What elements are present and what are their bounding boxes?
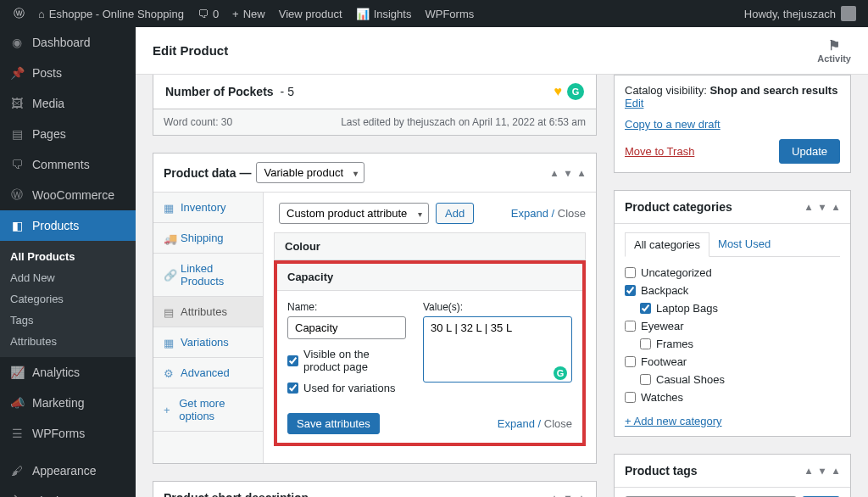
panel-down-icon[interactable]: ▾ (564, 165, 572, 181)
pin-icon: 📌 (8, 64, 25, 81)
update-button[interactable]: Update (779, 139, 840, 164)
sidebar-item-marketing[interactable]: 📣Marketing (0, 388, 136, 418)
sidebar-sub-attributes[interactable]: Attributes (0, 331, 136, 352)
tab-inventory[interactable]: ▦Inventory (153, 193, 263, 223)
sidebar-item-posts[interactable]: 📌Posts (0, 58, 136, 88)
panel-up-icon[interactable]: ▴ (550, 490, 559, 497)
sidebar-item-products[interactable]: ◧Products (0, 210, 136, 241)
pockets-label: Number of Pockets (165, 85, 274, 98)
categories-title: Product categories (625, 200, 732, 214)
sidebar-sub-tags[interactable]: Tags (0, 310, 136, 331)
panel-toggle-icon[interactable]: ▴ (577, 490, 586, 497)
account-link[interactable]: Howdy, thejuszach (744, 6, 861, 21)
panel-down-icon[interactable]: ▾ (564, 490, 572, 497)
wp-logo[interactable]: ⓦ (7, 0, 31, 27)
panel-up-icon[interactable]: ▴ (804, 199, 813, 215)
most-used-tab[interactable]: Most Used (709, 232, 779, 256)
cat-eyewear-checkbox[interactable] (625, 321, 636, 332)
attribute-name-input[interactable] (287, 316, 406, 339)
cat-frames-checkbox[interactable] (640, 338, 651, 349)
wordpress-icon: ⓦ (14, 6, 25, 21)
comments-link[interactable]: 🗨0 (191, 0, 225, 27)
edit-visibility-link[interactable]: Edit (625, 97, 643, 109)
attribute-select[interactable]: Custom product attribute (279, 203, 429, 224)
grammarly-icon: G (567, 83, 584, 100)
visible-label: Visible on the product page (303, 348, 406, 373)
sidebar-sub-add-new[interactable]: Add New (0, 267, 136, 288)
panel-toggle-icon[interactable]: ▴ (832, 199, 840, 215)
sidebar-item-comments[interactable]: 🗨Comments (0, 149, 136, 180)
pockets-value: - 5 (281, 85, 294, 98)
analytics-icon: 📈 (8, 364, 25, 381)
short-desc-title: Product short description (164, 491, 309, 497)
sidebar-item-appearance[interactable]: 🖌Appearance (0, 455, 136, 486)
panel-toggle-icon[interactable]: ▴ (832, 463, 840, 478)
tab-more-options[interactable]: +Get more options (153, 388, 263, 432)
description-snippet: Number of Pockets - 5 ♥ G (153, 75, 597, 109)
cat-backpack-checkbox[interactable] (625, 285, 636, 296)
cat-laptop-bags-checkbox[interactable] (640, 303, 651, 314)
cat-footwear-checkbox[interactable] (625, 356, 636, 367)
tags-title: Product tags (625, 464, 698, 477)
expand-close-bottom[interactable]: Expand / Close (498, 417, 572, 430)
save-attributes-button[interactable]: Save attributes (287, 413, 380, 434)
sidebar-sub-all-products[interactable]: All Products (0, 246, 136, 267)
tab-variations[interactable]: ▦Variations (153, 327, 263, 358)
grammarly-icon: G (554, 366, 567, 380)
sidebar-item-woocommerce[interactable]: ⓌWooCommerce (0, 180, 136, 210)
sidebar-item-dashboard[interactable]: ◉Dashboard (0, 27, 136, 58)
sidebar-item-media[interactable]: 🖾Media (0, 88, 136, 119)
panel-up-icon[interactable]: ▴ (804, 463, 813, 478)
variations-checkbox[interactable] (287, 383, 298, 394)
wpforms-link[interactable]: WPForms (418, 0, 481, 27)
categories-panel: Product categories ▴▾▴ All categories Mo… (614, 190, 851, 437)
sidebar-item-pages[interactable]: ▤Pages (0, 119, 136, 149)
media-icon: 🖾 (8, 95, 25, 112)
product-type-select[interactable]: Variable product (256, 162, 364, 183)
panel-down-icon[interactable]: ▾ (818, 199, 826, 215)
panel-up-icon[interactable]: ▴ (550, 165, 559, 181)
tab-linked[interactable]: 🔗Linked Products (153, 254, 263, 297)
copy-draft-link[interactable]: Copy to a new draft (625, 118, 721, 131)
home-icon: ⌂ (38, 8, 45, 20)
avatar (841, 6, 856, 21)
sidebar-item-wpforms[interactable]: ☰WPForms (0, 418, 136, 449)
plug-icon: 🔌 (8, 493, 25, 497)
expand-close-top[interactable]: Expand / Close (511, 207, 586, 220)
insights-link[interactable]: 📊Insights (349, 0, 419, 27)
panel-toggle-icon[interactable]: ▴ (577, 165, 586, 181)
activity-link[interactable]: ⚑ Activity (817, 37, 851, 64)
site-link[interactable]: ⌂Eshoppe - Online Shopping (31, 0, 191, 27)
page-title: Edit Product (153, 43, 228, 58)
new-link[interactable]: +New (225, 0, 272, 27)
catalog-value: Shop and search results (709, 84, 837, 97)
sidebar-item-analytics[interactable]: 📈Analytics (0, 357, 136, 388)
woo-icon: Ⓦ (8, 187, 25, 204)
panel-down-icon[interactable]: ▾ (818, 463, 826, 478)
cat-casual-shoes-checkbox[interactable] (640, 374, 651, 385)
move-trash-link[interactable]: Move to Trash (625, 145, 694, 158)
view-product-link[interactable]: View product (272, 0, 349, 27)
sidebar-sub-categories[interactable]: Categories (0, 288, 136, 310)
sidebar-item-plugins[interactable]: 🔌Plugins (0, 486, 136, 497)
tab-advanced[interactable]: ⚙Advanced (153, 358, 263, 388)
capacity-attribute-header[interactable]: Capacity (277, 264, 582, 291)
brush-icon: 🖌 (8, 462, 25, 479)
heart-icon: ♥ (554, 84, 563, 99)
truck-icon: 🚚 (164, 232, 175, 244)
visible-checkbox[interactable] (287, 355, 298, 366)
add-attribute-button[interactable]: Add (436, 203, 474, 224)
all-categories-tab[interactable]: All categories (625, 232, 709, 257)
page-icon: ▤ (8, 126, 25, 142)
attribute-values-input[interactable]: 30 L | 32 L | 35 L (423, 316, 572, 383)
cat-uncategorized-checkbox[interactable] (625, 267, 636, 278)
values-label: Value(s): (423, 301, 572, 313)
tab-shipping[interactable]: 🚚Shipping (153, 223, 263, 254)
comment-count: 0 (213, 8, 219, 20)
inventory-icon: ▦ (164, 202, 175, 214)
flag-icon: ⚑ (817, 37, 851, 53)
colour-attribute-header[interactable]: Colour (274, 232, 586, 260)
tab-attributes[interactable]: ▤Attributes (153, 297, 263, 327)
cat-watches-checkbox[interactable] (625, 392, 636, 403)
add-category-link[interactable]: + Add new category (625, 415, 722, 427)
